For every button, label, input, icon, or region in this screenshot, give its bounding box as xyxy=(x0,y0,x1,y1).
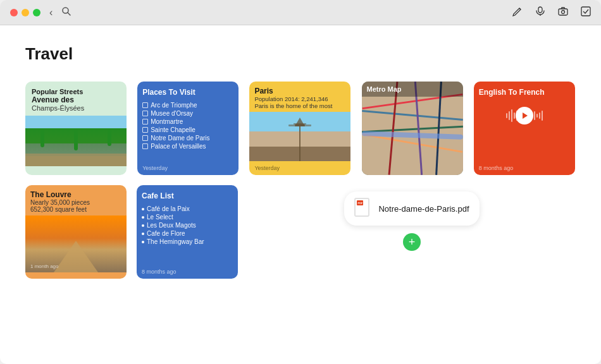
svg-rect-4 xyxy=(559,9,567,15)
list-item: Sainte Chapelle xyxy=(142,126,233,133)
cafe-list-items: Café de la Paix Le Select Les Deux Magot… xyxy=(137,203,238,249)
list-item: Le Select xyxy=(142,214,233,221)
bullet-icon xyxy=(142,241,144,243)
paris-detail2: Paris is the home of the most xyxy=(254,102,345,109)
list-item: Montmartre xyxy=(142,118,233,125)
search-button[interactable] xyxy=(61,6,71,19)
play-button[interactable] xyxy=(516,107,533,124)
waveform-bar xyxy=(536,114,538,118)
pdf-icon-body: PDF xyxy=(354,198,369,217)
popular-streets-text: Popular Streets Avenue des Champs-Élysée… xyxy=(25,82,127,116)
card-places-to-visit[interactable]: Places To Visit Arc de Triomphe Musee d'… xyxy=(137,82,239,175)
cards-row-1: Popular Streets Avenue des Champs-Élysée… xyxy=(25,82,576,175)
checkbox-icon xyxy=(142,119,148,124)
mic-icon-button[interactable] xyxy=(535,6,545,19)
cafe-list-title: Cafe List xyxy=(142,191,233,200)
minimize-button[interactable] xyxy=(22,9,29,16)
waveform-bar xyxy=(509,111,510,120)
back-button[interactable]: ‹ xyxy=(47,6,55,20)
popular-streets-image xyxy=(25,116,127,166)
checkbox-icon xyxy=(142,135,148,141)
waveform-bar xyxy=(542,111,543,121)
card-popular-streets[interactable]: Popular Streets Avenue des Champs-Élysée… xyxy=(25,82,127,175)
checkbox-icon xyxy=(142,111,148,116)
pyramid-shape xyxy=(54,241,98,272)
list-item: The Hemingway Bar xyxy=(142,238,233,245)
add-attachment-button[interactable]: + xyxy=(403,233,421,251)
pdf-attachment[interactable]: PDF Notre-dame-de-Paris.pdf xyxy=(344,191,479,226)
places-to-visit-title: Places To Visit xyxy=(142,88,233,97)
popular-streets-detail: Champs-Élysées xyxy=(32,104,120,112)
edit-icon-button[interactable] xyxy=(512,6,523,19)
checklist-icon-button[interactable] xyxy=(581,6,591,19)
louvre-timestamp: 1 month ago xyxy=(30,264,58,269)
checkbox-icon xyxy=(142,143,148,149)
paris-title: Paris xyxy=(254,87,345,95)
louvre-image: 1 month ago xyxy=(25,215,127,272)
checkbox-icon xyxy=(142,127,148,133)
louvre-detail2: 652,300 square feet xyxy=(30,206,121,213)
svg-rect-6 xyxy=(581,7,590,16)
close-button[interactable] xyxy=(10,9,18,16)
list-item: Musee d'Orsay xyxy=(142,110,233,117)
card-louvre[interactable]: The Louvre Nearly 35,000 pieces 652,300 … xyxy=(25,185,127,279)
traffic-lights xyxy=(10,9,40,16)
popular-streets-title: Popular Streets xyxy=(32,88,120,95)
svg-rect-2 xyxy=(538,7,542,13)
places-checklist: Arc de Triomphe Musee d'Orsay Montmartre… xyxy=(137,99,239,154)
cards-row-2: The Louvre Nearly 35,000 pieces 652,300 … xyxy=(25,185,576,279)
waveform-bar xyxy=(511,109,512,122)
list-item: Notre Dame de Paris xyxy=(142,135,233,142)
metro-map-title: Metro Map xyxy=(362,82,463,97)
waveform-bar xyxy=(534,111,535,120)
card-metro-map[interactable]: Metro Map xyxy=(362,82,463,175)
bullet-icon xyxy=(142,233,144,235)
card-english-to-french[interactable]: English To French xyxy=(474,82,575,175)
list-item: Palace of Versailles xyxy=(142,143,233,150)
card-paris[interactable]: Paris Population 2014: 2,241,346 Paris i… xyxy=(249,82,350,175)
waveform-bar xyxy=(514,112,515,119)
list-item: Arc de Triomphe xyxy=(142,102,233,109)
main-content: Travel Popular Streets Avenue des Champs… xyxy=(0,25,601,364)
waveform-bar xyxy=(539,112,540,119)
list-item: Café de la Paix xyxy=(142,205,233,212)
cafe-timestamp: 8 months ago xyxy=(142,269,177,275)
play-triangle-icon xyxy=(523,112,528,119)
list-item: Les Deux Magots xyxy=(142,222,233,229)
attachment-area: PDF Notre-dame-de-Paris.pdf + xyxy=(248,185,576,251)
titlebar: ‹ xyxy=(0,0,601,25)
titlebar-left: ‹ xyxy=(10,6,71,20)
page-title: Travel xyxy=(25,44,576,64)
bullet-icon xyxy=(142,216,144,219)
bullet-icon xyxy=(142,224,144,227)
paris-timestamp: Yesterday xyxy=(254,165,280,171)
titlebar-right xyxy=(512,6,591,19)
english-timestamp: 8 months ago xyxy=(479,165,514,171)
list-item: Cafe de Flore xyxy=(142,230,233,237)
maximize-button[interactable] xyxy=(33,9,40,16)
svg-point-5 xyxy=(562,10,565,13)
card-cafe-list[interactable]: Cafe List Café de la Paix Le Select Les … xyxy=(137,185,238,279)
paris-image xyxy=(249,112,350,161)
popular-streets-subtitle: Avenue des xyxy=(32,95,120,104)
english-to-french-title: English To French xyxy=(479,88,570,97)
audio-waveform xyxy=(474,99,575,132)
checkbox-icon xyxy=(142,102,148,108)
louvre-detail1: Nearly 35,000 pieces xyxy=(30,199,121,206)
svg-line-1 xyxy=(68,13,70,15)
pdf-label: PDF xyxy=(357,200,363,205)
bullet-icon xyxy=(142,208,144,210)
pdf-icon: PDF xyxy=(354,198,372,219)
metro-map-image: Metro Map xyxy=(362,82,463,175)
waveform-bar xyxy=(506,113,507,118)
paris-detail1: Population 2014: 2,241,346 xyxy=(254,95,345,102)
camera-icon-button[interactable] xyxy=(558,6,568,19)
louvre-title: The Louvre xyxy=(30,190,121,199)
pdf-filename: Notre-dame-de-Paris.pdf xyxy=(378,204,469,214)
places-timestamp: Yesterday xyxy=(142,165,168,171)
